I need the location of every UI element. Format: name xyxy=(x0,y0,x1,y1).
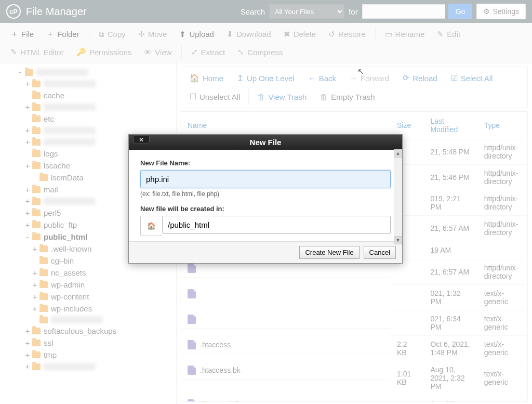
path-input[interactable] xyxy=(162,216,391,234)
scroll-down-icon[interactable]: ▼ xyxy=(394,236,402,244)
modal-title: New File xyxy=(250,138,282,147)
close-icon: ✕ xyxy=(139,136,144,144)
create-new-file-button[interactable]: Create New File xyxy=(299,246,359,259)
path-label: New file will be created in: xyxy=(140,205,391,213)
modal-scrollbar[interactable]: ▲ ▼ xyxy=(394,149,402,244)
filename-hint: (ex: file.txt, file.html, file.php) xyxy=(140,190,391,198)
path-home-button[interactable]: 🏠 xyxy=(140,216,162,236)
home-icon: 🏠 xyxy=(147,222,156,230)
filename-input[interactable] xyxy=(140,170,391,188)
new-file-modal: ✕ New File New File Name: (ex: file.txt,… xyxy=(128,134,403,264)
cancel-button[interactable]: Cancel xyxy=(364,246,396,259)
modal-titlebar[interactable]: ✕ New File xyxy=(129,135,402,150)
scroll-up-icon[interactable]: ▲ xyxy=(394,149,402,158)
filename-label: New File Name: xyxy=(140,159,391,167)
close-button[interactable]: ✕ xyxy=(133,136,150,144)
